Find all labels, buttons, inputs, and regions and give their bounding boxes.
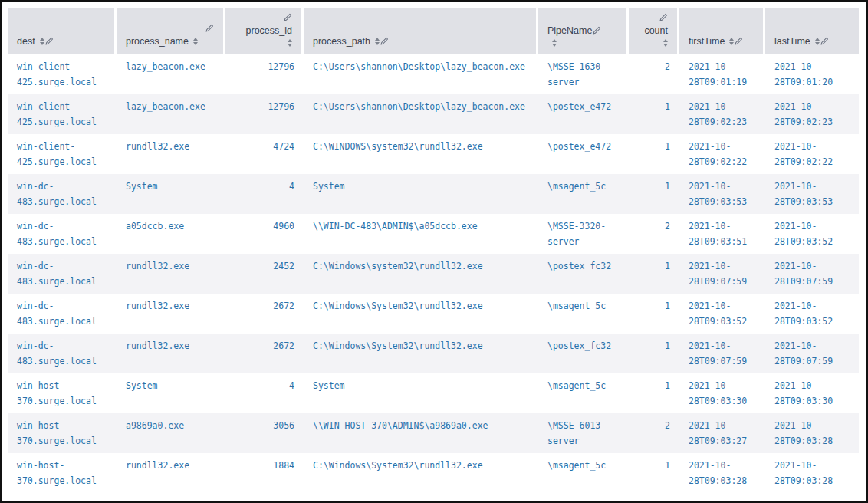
- cell-lastTime[interactable]: 2021-10-28T09:03:28: [765, 453, 859, 493]
- cell-firstTime[interactable]: 2021-10-28T09:03:51: [679, 214, 765, 254]
- column-header-lasttime[interactable]: lastTime: [765, 8, 859, 54]
- cell-process_id[interactable]: 4: [225, 174, 304, 214]
- cell-lastTime[interactable]: 2021-10-28T09:03:30: [765, 373, 859, 413]
- cell-process_name[interactable]: a05dccb.exe: [117, 214, 225, 254]
- cell-process_path[interactable]: System: [304, 174, 538, 214]
- cell-process_id[interactable]: 4960: [225, 214, 304, 254]
- cell-dest[interactable]: win-client-425.surge.local: [8, 94, 117, 134]
- cell-lastTime[interactable]: 2021-10-28T09:03:53: [765, 174, 859, 214]
- cell-process_path[interactable]: \\WIN-HOST-370\ADMIN$\a9869a0.exe: [304, 413, 538, 453]
- cell-count[interactable]: 1: [629, 174, 679, 214]
- cell-process_id[interactable]: 1884: [225, 453, 304, 493]
- cell-process_path[interactable]: C:\Windows\system32\rundll32.exe: [304, 254, 538, 294]
- cell-firstTime[interactable]: 2021-10-28T09:07:59: [679, 254, 765, 294]
- column-label[interactable]: process_path: [313, 36, 370, 47]
- cell-PipeName[interactable]: \msagent_5c: [538, 174, 629, 214]
- cell-firstTime[interactable]: 2021-10-28T09:01:19: [679, 54, 765, 94]
- edit-column-icon[interactable]: [734, 37, 743, 46]
- cell-PipeName[interactable]: \MSSE-6013-server: [538, 413, 629, 453]
- cell-lastTime[interactable]: 2021-10-28T09:03:52: [765, 214, 859, 254]
- sort-toggle-icon[interactable]: [193, 38, 198, 45]
- edit-column-icon[interactable]: [205, 24, 214, 33]
- edit-column-icon[interactable]: [592, 26, 601, 35]
- column-header-dest[interactable]: dest: [8, 8, 117, 54]
- cell-dest[interactable]: win-host-370.surge.local: [8, 453, 117, 493]
- cell-process_name[interactable]: System: [117, 373, 225, 413]
- cell-PipeName[interactable]: \postex_fc32: [538, 254, 629, 294]
- cell-lastTime[interactable]: 2021-10-28T09:01:20: [765, 54, 859, 94]
- cell-lastTime[interactable]: 2021-10-28T09:03:28: [765, 413, 859, 453]
- cell-process_id[interactable]: 2672: [225, 294, 304, 334]
- cell-dest[interactable]: win-dc-483.surge.local: [8, 294, 117, 334]
- cell-process_id[interactable]: 4: [225, 373, 304, 413]
- sort-toggle-icon[interactable]: [288, 39, 292, 47]
- column-label[interactable]: firstTime: [689, 36, 725, 47]
- cell-count[interactable]: 1: [629, 334, 679, 373]
- cell-count[interactable]: 1: [629, 254, 679, 294]
- cell-process_path[interactable]: C:\Users\shannon\Desktop\lazy_beacon.exe: [304, 94, 538, 134]
- cell-firstTime[interactable]: 2021-10-28T09:02:23: [679, 94, 765, 134]
- cell-firstTime[interactable]: 2021-10-28T09:03:53: [679, 174, 765, 214]
- cell-count[interactable]: 1: [629, 453, 679, 493]
- cell-firstTime[interactable]: 2021-10-28T09:03:30: [679, 373, 765, 413]
- sort-toggle-icon[interactable]: [663, 39, 668, 47]
- cell-process_path[interactable]: C:\Users\shannon\Desktop\lazy_beacon.exe: [304, 54, 538, 94]
- edit-column-icon[interactable]: [44, 37, 54, 46]
- column-header-count[interactable]: count: [629, 8, 679, 54]
- cell-firstTime[interactable]: 2021-10-28T09:03:27: [679, 413, 765, 453]
- cell-process_id[interactable]: 2452: [225, 254, 304, 294]
- cell-process_path[interactable]: C:\Windows\System32\rundll32.exe: [304, 334, 538, 373]
- cell-lastTime[interactable]: 2021-10-28T09:03:52: [765, 294, 859, 334]
- column-header-process-name[interactable]: process_name: [117, 8, 225, 54]
- column-label[interactable]: dest: [17, 36, 35, 47]
- cell-firstTime[interactable]: 2021-10-28T09:03:28: [679, 453, 765, 493]
- cell-count[interactable]: 1: [629, 294, 679, 334]
- column-label[interactable]: lastTime: [774, 36, 810, 47]
- cell-process_name[interactable]: rundll32.exe: [117, 334, 225, 373]
- cell-process_id[interactable]: 3056: [225, 413, 304, 453]
- cell-dest[interactable]: win-client-425.surge.local: [8, 54, 117, 94]
- cell-lastTime[interactable]: 2021-10-28T09:07:59: [765, 254, 859, 294]
- column-header-process-id[interactable]: process_id: [225, 8, 304, 54]
- cell-process_path[interactable]: System: [304, 373, 538, 413]
- sort-toggle-icon[interactable]: [552, 39, 557, 47]
- cell-dest[interactable]: win-dc-483.surge.local: [8, 254, 117, 294]
- column-label[interactable]: process_id: [246, 25, 292, 36]
- cell-count[interactable]: 1: [629, 134, 679, 174]
- cell-process_name[interactable]: rundll32.exe: [117, 453, 225, 493]
- cell-count[interactable]: 1: [629, 94, 679, 134]
- edit-column-icon[interactable]: [659, 13, 668, 22]
- column-header-pipename[interactable]: PipeName: [538, 8, 629, 54]
- cell-process_name[interactable]: lazy_beacon.exe: [117, 54, 225, 94]
- cell-process_path[interactable]: \\WIN-DC-483\ADMIN$\a05dccb.exe: [304, 214, 538, 254]
- cell-process_id[interactable]: 4724: [225, 134, 304, 174]
- cell-count[interactable]: 2: [629, 214, 679, 254]
- cell-PipeName[interactable]: \msagent_5c: [538, 373, 629, 413]
- cell-count[interactable]: 2: [629, 413, 679, 453]
- cell-process_path[interactable]: C:\Windows\System32\rundll32.exe: [304, 294, 538, 334]
- cell-firstTime[interactable]: 2021-10-28T09:07:59: [679, 334, 765, 373]
- column-header-process-path[interactable]: process_path: [304, 8, 538, 54]
- cell-process_id[interactable]: 12796: [225, 94, 304, 134]
- cell-process_name[interactable]: lazy_beacon.exe: [117, 94, 225, 134]
- cell-process_id[interactable]: 12796: [225, 54, 304, 94]
- cell-count[interactable]: 2: [629, 54, 679, 94]
- cell-process_id[interactable]: 2672: [225, 334, 304, 373]
- cell-lastTime[interactable]: 2021-10-28T09:02:22: [765, 134, 859, 174]
- edit-column-icon[interactable]: [380, 37, 389, 46]
- column-header-firsttime[interactable]: firstTime: [679, 8, 765, 54]
- cell-process_name[interactable]: a9869a0.exe: [117, 413, 225, 453]
- cell-process_name[interactable]: System: [117, 174, 225, 214]
- cell-dest[interactable]: win-host-370.surge.local: [8, 373, 117, 413]
- cell-process_path[interactable]: C:\Windows\System32\rundll32.exe: [304, 453, 538, 493]
- column-label[interactable]: process_name: [126, 36, 189, 47]
- cell-PipeName[interactable]: \MSSE-1630-server: [538, 54, 629, 94]
- cell-process_name[interactable]: rundll32.exe: [117, 134, 225, 174]
- column-label[interactable]: PipeName: [547, 25, 592, 36]
- cell-dest[interactable]: win-dc-483.surge.local: [8, 214, 117, 254]
- cell-PipeName[interactable]: \postex_e472: [538, 134, 629, 174]
- cell-dest[interactable]: win-dc-483.surge.local: [8, 174, 117, 214]
- cell-process_name[interactable]: rundll32.exe: [117, 294, 225, 334]
- cell-dest[interactable]: win-dc-483.surge.local: [8, 334, 117, 373]
- cell-count[interactable]: 1: [629, 373, 679, 413]
